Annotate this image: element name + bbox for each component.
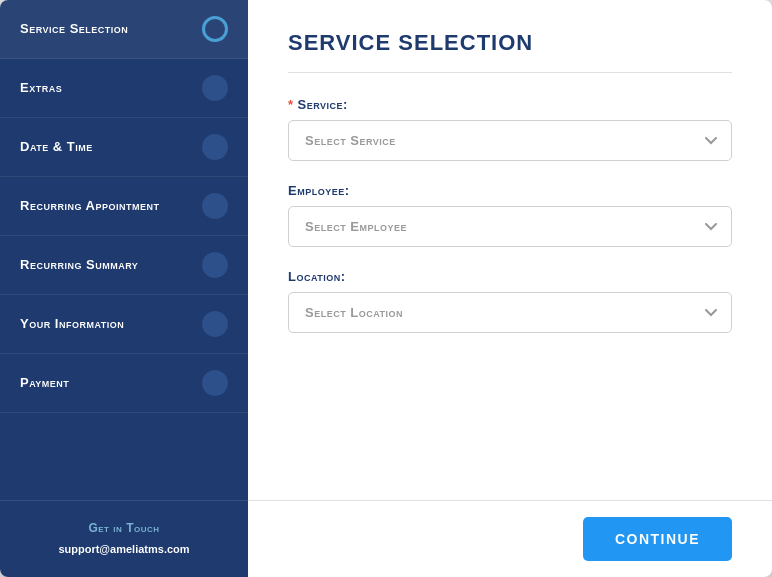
employee-field-group: Employee: Select Employee <box>288 183 732 247</box>
main-footer: Continue <box>248 500 772 577</box>
sidebar-item-icon <box>202 75 228 101</box>
sidebar-item-label: Payment <box>20 375 69 392</box>
location-label: Location: <box>288 269 732 284</box>
continue-button[interactable]: Continue <box>583 517 732 561</box>
sidebar-item-label: Extras <box>20 80 62 97</box>
sidebar-item-label: Service Selection <box>20 21 128 38</box>
location-field-group: Location: Select Location <box>288 269 732 333</box>
sidebar-item-label: Date & Time <box>20 139 93 156</box>
sidebar-item-your-information[interactable]: Your Information <box>0 295 248 354</box>
page-title: Service Selection <box>288 30 732 73</box>
sidebar-item-icon <box>202 311 228 337</box>
sidebar-nav: Service SelectionExtrasDate & TimeRecurr… <box>0 0 248 500</box>
sidebar-item-label: Your Information <box>20 316 124 333</box>
sidebar-item-extras[interactable]: Extras <box>0 59 248 118</box>
employee-select[interactable]: Select Employee <box>288 206 732 247</box>
sidebar-item-recurring-summary[interactable]: Recurring Summary <box>0 236 248 295</box>
sidebar-item-icon <box>202 370 228 396</box>
sidebar-item-icon <box>202 134 228 160</box>
service-field-group: *Service: Select Service <box>288 97 732 161</box>
sidebar-item-icon <box>202 193 228 219</box>
sidebar-item-payment[interactable]: Payment <box>0 354 248 413</box>
sidebar-item-date-time[interactable]: Date & Time <box>0 118 248 177</box>
footer-email: support@ameliatms.com <box>58 543 189 555</box>
main-panel: Service Selection *Service: Select Servi… <box>248 0 772 577</box>
sidebar-item-recurring-appointment[interactable]: Recurring Appointment <box>0 177 248 236</box>
sidebar-item-service-selection[interactable]: Service Selection <box>0 0 248 59</box>
sidebar-item-label: Recurring Appointment <box>20 198 159 215</box>
footer-title: Get in Touch <box>20 521 228 535</box>
service-select[interactable]: Select Service <box>288 120 732 161</box>
required-star: * <box>288 97 294 112</box>
main-content: Service Selection *Service: Select Servi… <box>248 0 772 500</box>
sidebar-item-icon <box>202 252 228 278</box>
employee-label: Employee: <box>288 183 732 198</box>
booking-modal: Service SelectionExtrasDate & TimeRecurr… <box>0 0 772 577</box>
sidebar-item-label: Recurring Summary <box>20 257 138 274</box>
service-label: *Service: <box>288 97 732 112</box>
sidebar: Service SelectionExtrasDate & TimeRecurr… <box>0 0 248 577</box>
sidebar-item-icon <box>202 16 228 42</box>
location-select[interactable]: Select Location <box>288 292 732 333</box>
sidebar-footer: Get in Touch support@ameliatms.com <box>0 500 248 577</box>
